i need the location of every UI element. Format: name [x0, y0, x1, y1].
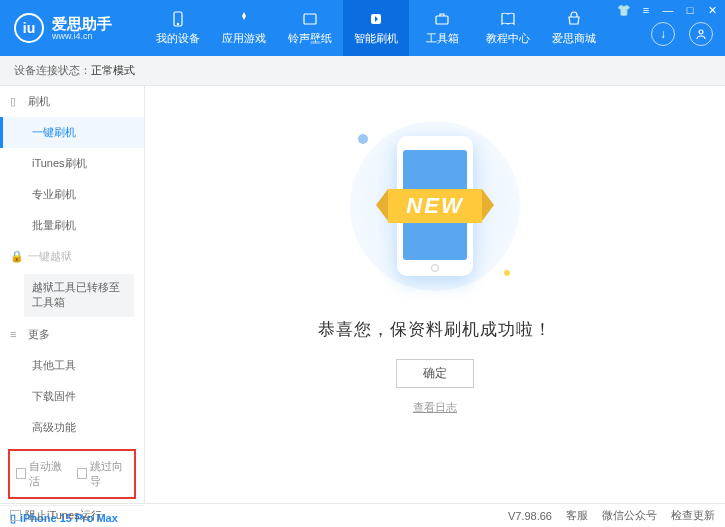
checkbox-label: 跳过向导	[90, 459, 128, 489]
window-controls: 👕 ≡ — □ ✕	[617, 4, 719, 17]
sidebar-item-download-fw[interactable]: 下载固件	[0, 381, 144, 412]
svg-point-5	[699, 30, 703, 34]
section-label: 刷机	[28, 94, 50, 109]
phone-icon: ▯	[10, 95, 22, 108]
nav-store[interactable]: 爱思商城	[541, 0, 607, 56]
svg-rect-4	[436, 16, 448, 24]
sidebar-item-other[interactable]: 其他工具	[0, 350, 144, 381]
sidebar-section-flash[interactable]: ▯ 刷机	[0, 86, 144, 117]
ok-button[interactable]: 确定	[396, 359, 474, 388]
nav-ringtones[interactable]: 铃声壁纸	[277, 0, 343, 56]
list-icon: ≡	[10, 328, 22, 340]
success-illustration: NEW	[330, 116, 540, 296]
toolbox-icon	[433, 10, 451, 28]
maximize-icon[interactable]: □	[683, 4, 697, 17]
svg-point-1	[177, 23, 178, 24]
nav-label: 爱思商城	[552, 31, 596, 46]
lock-icon: 🔒	[10, 250, 22, 263]
sidebar-item-itunes[interactable]: iTunes刷机	[0, 148, 144, 179]
footer-support[interactable]: 客服	[566, 508, 588, 523]
svg-rect-2	[304, 14, 316, 24]
nav-my-device[interactable]: 我的设备	[145, 0, 211, 56]
view-log-link[interactable]: 查看日志	[413, 400, 457, 415]
checkbox-label: 自动激活	[29, 459, 67, 489]
sidebar-section-more[interactable]: ≡ 更多	[0, 319, 144, 350]
menu-icon[interactable]: ≡	[639, 4, 653, 17]
app-url: www.i4.cn	[52, 31, 112, 41]
main-nav: 我的设备 应用游戏 铃声壁纸 智能刷机 工具箱 教程中心 爱思商城	[145, 0, 607, 56]
section-label: 一键越狱	[28, 249, 72, 264]
status-label: 设备连接状态：	[14, 63, 91, 78]
nav-label: 我的设备	[156, 31, 200, 46]
logo-icon: iu	[14, 13, 44, 43]
nav-label: 应用游戏	[222, 31, 266, 46]
main-content: NEW 恭喜您，保资料刷机成功啦！ 确定 查看日志	[145, 86, 725, 503]
new-banner: NEW	[388, 189, 481, 223]
sidebar: ▯ 刷机 一键刷机 iTunes刷机 专业刷机 批量刷机 🔒 一键越狱 越狱工具…	[0, 86, 145, 503]
nav-label: 教程中心	[486, 31, 530, 46]
store-icon	[565, 10, 583, 28]
checkbox-label: 阻止iTunes运行	[25, 508, 102, 523]
app-title: 爱思助手	[52, 16, 112, 31]
status-bar: 设备连接状态： 正常模式	[0, 56, 725, 86]
skin-icon[interactable]: 👕	[617, 4, 631, 17]
sidebar-item-batch[interactable]: 批量刷机	[0, 210, 144, 241]
footer-wechat[interactable]: 微信公众号	[602, 508, 657, 523]
checkbox-block-itunes[interactable]: 阻止iTunes运行	[10, 508, 102, 523]
success-message: 恭喜您，保资料刷机成功啦！	[318, 318, 552, 341]
nav-label: 智能刷机	[354, 31, 398, 46]
nav-label: 铃声壁纸	[288, 31, 332, 46]
nav-smart-flash[interactable]: 智能刷机	[343, 0, 409, 56]
sidebar-section-jailbreak[interactable]: 🔒 一键越狱	[0, 241, 144, 272]
nav-toolbox[interactable]: 工具箱	[409, 0, 475, 56]
footer-update[interactable]: 检查更新	[671, 508, 715, 523]
checkbox-skip-guide[interactable]: 跳过向导	[77, 459, 128, 489]
logo-area: iu 爱思助手 www.i4.cn	[0, 13, 145, 43]
download-button[interactable]: ↓	[651, 22, 675, 46]
nav-label: 工具箱	[426, 31, 459, 46]
status-value: 正常模式	[91, 63, 135, 78]
section-label: 更多	[28, 327, 50, 342]
app-header: iu 爱思助手 www.i4.cn 我的设备 应用游戏 铃声壁纸 智能刷机 工具…	[0, 0, 725, 56]
version-text: V7.98.66	[508, 510, 552, 522]
close-icon[interactable]: ✕	[705, 4, 719, 17]
options-highlighted: 自动激活 跳过向导	[8, 449, 136, 499]
minimize-icon[interactable]: —	[661, 4, 675, 17]
sidebar-item-pro[interactable]: 专业刷机	[0, 179, 144, 210]
sidebar-item-oneclick[interactable]: 一键刷机	[0, 117, 144, 148]
nav-apps[interactable]: 应用游戏	[211, 0, 277, 56]
nav-tutorials[interactable]: 教程中心	[475, 0, 541, 56]
user-button[interactable]	[689, 22, 713, 46]
checkbox-auto-activate[interactable]: 自动激活	[16, 459, 67, 489]
sidebar-item-advanced[interactable]: 高级功能	[0, 412, 144, 443]
image-icon	[301, 10, 319, 28]
flash-icon	[367, 10, 385, 28]
jailbreak-note[interactable]: 越狱工具已转移至工具箱	[24, 274, 134, 317]
book-icon	[499, 10, 517, 28]
apps-icon	[235, 10, 253, 28]
phone-icon	[169, 10, 187, 28]
